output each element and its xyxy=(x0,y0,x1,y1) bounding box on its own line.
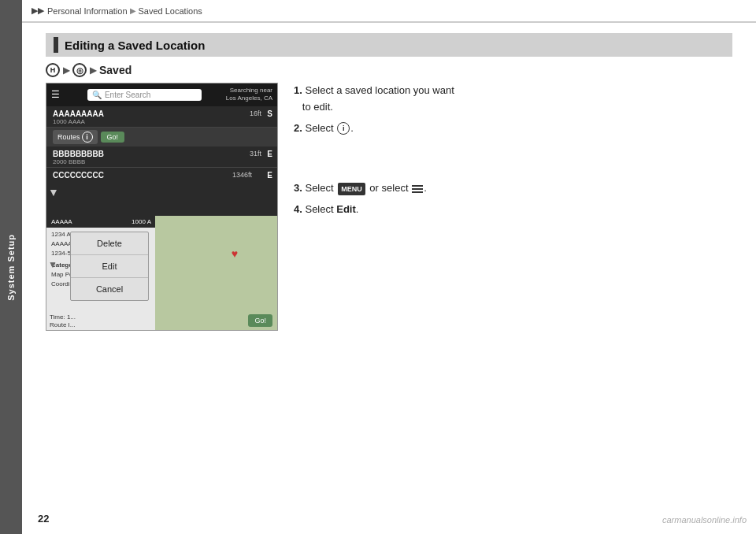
section-heading: Editing a Saved Location xyxy=(46,33,732,57)
search-bar: ☰ 🔍 Enter Search Searching nearLos Angel… xyxy=(46,83,277,106)
list-item-2[interactable]: BBBBBBBBB 2000 BBBB 31ft E xyxy=(46,146,277,168)
route-time-map: Time: 1... xyxy=(50,313,76,321)
section-heading-text: Editing a Saved Location xyxy=(65,39,205,52)
step1: 1. Select a saved location you want to e… xyxy=(294,83,740,116)
map-item-addr: 1000 A xyxy=(132,218,151,225)
search-input-box[interactable]: 🔍 Enter Search xyxy=(87,89,202,101)
sidebar: System Setup xyxy=(0,0,22,534)
routes-row: Routes i Go! xyxy=(46,128,277,146)
instructions-panel: 1. Select a saved location you want to e… xyxy=(294,83,740,223)
info-icon[interactable]: i xyxy=(82,132,93,143)
item2-name: BBBBBBBBB xyxy=(53,150,271,158)
search-icon-small: 🔍 xyxy=(92,91,102,99)
search-near-text: Searching nearLos Angeles, CA xyxy=(226,87,272,103)
sidebar-label: System Setup xyxy=(6,234,16,301)
item2-letter: E xyxy=(267,150,272,158)
routes-button[interactable]: Routes i xyxy=(53,130,98,144)
list-item-3[interactable]: CCCCCCCCC 1346ft E xyxy=(46,168,277,181)
item1-name: AAAAAAAAA xyxy=(53,109,271,118)
watermark: carmanualsonline.info xyxy=(662,515,747,525)
map-panel: AAAAA 1000 A 1234 AAAAAAAA1234-567 Categ… xyxy=(46,216,277,331)
step2: 2. Select i. xyxy=(294,121,740,137)
heading-bar-icon xyxy=(54,37,58,53)
context-delete[interactable]: Delete xyxy=(71,232,148,255)
main-content: ▶▶ Personal Information ▶ Saved Location… xyxy=(22,0,756,534)
step3-text: Select xyxy=(305,182,333,194)
map-left-header: AAAAA 1000 A xyxy=(46,216,156,228)
context-menu: Delete Edit Cancel xyxy=(70,232,149,301)
routes-label: Routes xyxy=(57,133,80,141)
search-panel: ☰ 🔍 Enter Search Searching nearLos Angel… xyxy=(46,83,277,216)
step4: 4. Select Edit. xyxy=(294,202,740,218)
breadcrumb-bar: ▶▶ Personal Information ▶ Saved Location… xyxy=(22,0,756,22)
step4-bold: Edit xyxy=(336,203,356,215)
list-item-1[interactable]: AAAAAAAAA 1000 AAAA 16ft S xyxy=(46,106,277,128)
nav-arrow2: ▶ xyxy=(90,65,96,76)
item1-letter: S xyxy=(267,109,272,118)
breadcrumb-part1: Personal Information xyxy=(47,6,128,16)
step2-num: 2. xyxy=(294,122,302,134)
screenshot-area: ☰ 🔍 Enter Search Searching nearLos Angel… xyxy=(46,83,278,331)
go-button[interactable]: Go! xyxy=(101,132,125,143)
step4-num: 4. xyxy=(294,203,302,215)
route-label-map: Route I... xyxy=(50,321,75,328)
context-cancel[interactable]: Cancel xyxy=(71,278,148,300)
gap-spacer xyxy=(294,141,740,180)
nav-arrow1: ▶ xyxy=(63,65,69,76)
item3-dist: 1346ft xyxy=(232,171,252,179)
breadcrumb-arrow1: ▶▶ xyxy=(32,6,44,16)
step4-text: Select xyxy=(305,203,333,215)
breadcrumb-part2: Saved Locations xyxy=(139,6,202,16)
page-number: 22 xyxy=(38,513,49,525)
search-placeholder: Enter Search xyxy=(105,91,150,99)
context-edit[interactable]: Edit xyxy=(71,255,148,278)
breadcrumb-sep1: ▶ xyxy=(130,6,136,15)
nav-icon-circle: ◎ xyxy=(72,63,87,77)
nav-icon-h: H xyxy=(46,63,60,77)
nav-path: H ▶ ◎ ▶ Saved xyxy=(46,63,132,77)
nav-label-saved: Saved xyxy=(99,64,132,76)
info-circle-icon: i xyxy=(337,122,350,135)
step3-num: 3. xyxy=(294,182,302,194)
item1-dist: 16ft xyxy=(250,109,261,117)
item2-sub: 2000 BBBB xyxy=(53,158,271,165)
map-scroll-arrow[interactable]: ▼ xyxy=(48,259,57,270)
map-go-button[interactable]: Go! xyxy=(248,314,272,327)
heart-icon: ♥ xyxy=(232,247,238,260)
item3-letter: E xyxy=(267,171,272,180)
step3-mid: or select xyxy=(369,182,408,194)
map-right: ♥ Go! xyxy=(155,216,277,331)
item2-dist: 31ft xyxy=(250,150,261,158)
step2-text: Select xyxy=(305,122,333,134)
menu-button-icon: MENU xyxy=(338,183,365,195)
top-divider xyxy=(22,22,756,23)
step1-num: 1. xyxy=(294,84,302,96)
list-lines-icon xyxy=(412,184,423,195)
map-item-name: AAAAA xyxy=(51,218,72,225)
scroll-down-arrow[interactable]: ▼ xyxy=(48,186,59,198)
menu-icon-small: ☰ xyxy=(51,89,63,100)
item1-sub: 1000 AAAA xyxy=(53,118,271,125)
step3: 3. Select MENU or select . xyxy=(294,180,740,197)
